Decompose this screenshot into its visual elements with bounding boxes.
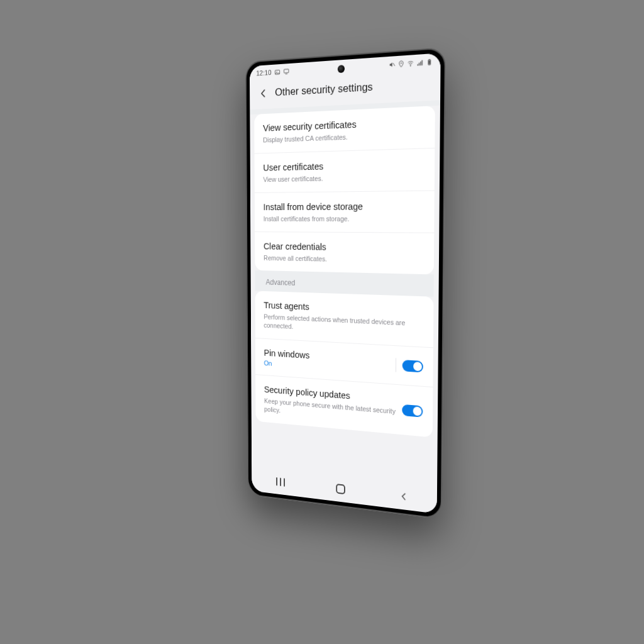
- battery-icon: [426, 58, 433, 65]
- svg-rect-16: [336, 484, 345, 494]
- row-title: Install from device storage: [264, 201, 425, 213]
- row-user-certificates[interactable]: User certificates View user certificates…: [255, 148, 435, 193]
- toggle-security-policy[interactable]: [402, 404, 423, 418]
- svg-rect-8: [420, 61, 421, 65]
- chevron-left-icon: [400, 491, 409, 502]
- svg-point-5: [410, 65, 411, 66]
- svg-rect-6: [418, 64, 418, 65]
- cast-icon: [283, 68, 289, 75]
- svg-rect-7: [419, 62, 419, 65]
- row-title: User certificates: [263, 158, 425, 174]
- settings-group-advanced: Trust agents Perform selected actions wh…: [255, 291, 434, 437]
- svg-point-4: [401, 62, 402, 64]
- settings-group-certificates: View security certificates Display trust…: [254, 106, 435, 275]
- row-install-from-storage[interactable]: Install from device storage Install cert…: [255, 191, 435, 233]
- row-title: Clear credentials: [264, 241, 424, 255]
- signal-icon: [416, 58, 423, 66]
- row-clear-credentials[interactable]: Clear credentials Remove all certificate…: [255, 232, 434, 274]
- wifi-icon: [407, 59, 414, 67]
- row-title: View security certificates: [263, 116, 425, 135]
- mute-icon: [389, 60, 396, 68]
- toggle-pin-windows[interactable]: [402, 360, 423, 372]
- svg-rect-10: [428, 59, 431, 65]
- picture-icon: [274, 69, 280, 76]
- svg-rect-9: [421, 60, 422, 65]
- svg-rect-12: [428, 60, 430, 64]
- nav-back-button[interactable]: [392, 486, 416, 507]
- toggle-divider: [396, 358, 396, 372]
- row-subtitle: Perform selected actions when trusted de…: [264, 313, 423, 338]
- svg-rect-2: [284, 69, 288, 72]
- row-subtitle: Install certificates from storage.: [264, 214, 425, 223]
- page-title: Other security settings: [275, 80, 373, 99]
- chevron-left-icon: [259, 88, 268, 99]
- home-icon: [335, 483, 345, 495]
- row-subtitle: View user certificates.: [263, 172, 425, 184]
- location-icon: [398, 60, 405, 67]
- status-bar: 12:10: [250, 53, 441, 81]
- svg-rect-11: [429, 58, 430, 59]
- row-security-policy-updates[interactable]: Security policy updates Keep your phone …: [255, 375, 433, 437]
- nav-home-button[interactable]: [329, 479, 352, 499]
- status-time: 12:10: [256, 69, 271, 77]
- row-subtitle: Keep your phone secure with the latest s…: [264, 396, 396, 425]
- back-button[interactable]: [257, 86, 269, 101]
- nav-recents-button[interactable]: [270, 472, 292, 492]
- row-view-security-certificates[interactable]: View security certificates Display trust…: [254, 106, 435, 154]
- phone-device-frame: 12:10: [245, 47, 446, 519]
- punch-hole-camera: [338, 65, 345, 73]
- svg-line-3: [393, 63, 395, 66]
- row-subtitle: Remove all certificates.: [264, 253, 424, 265]
- recents-icon: [275, 477, 286, 487]
